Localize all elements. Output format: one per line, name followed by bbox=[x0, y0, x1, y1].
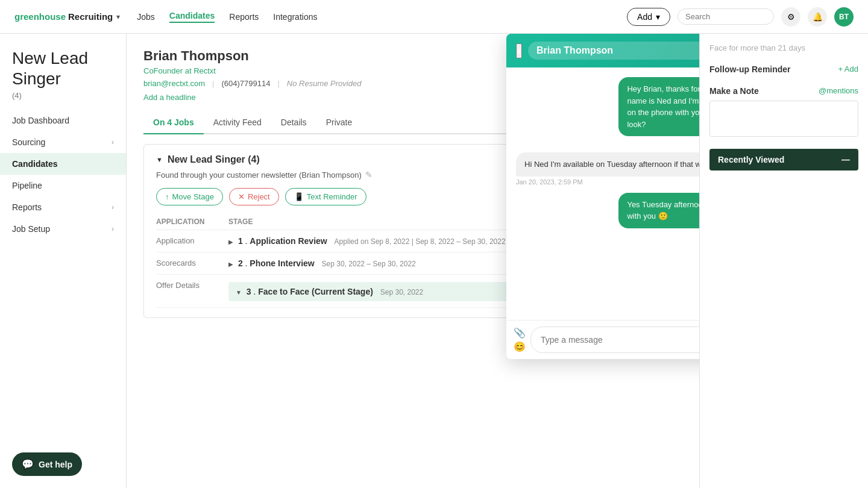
message-time: Jan 20, 2023, 3:00 PM bbox=[618, 230, 699, 237]
sidebar-item-candidates[interactable]: Candidates bbox=[0, 153, 126, 175]
attachment-icon[interactable]: 📎 bbox=[514, 327, 526, 339]
candidate-phone: (604)7799114 bbox=[221, 79, 270, 88]
get-help-icon: 💬 bbox=[22, 458, 34, 470]
text-reminder-icon: 📱 bbox=[294, 192, 304, 201]
collapse-icon: — bbox=[841, 155, 850, 164]
chat-messages: Hey Brian, thanks for applying to our po… bbox=[506, 67, 699, 320]
candidate-email[interactable]: brian@rectxt.com bbox=[143, 79, 205, 88]
sidebar-section: Job Dashboard Sourcing › Candidates Pipe… bbox=[0, 110, 126, 245]
sidebar-item-label: Sourcing bbox=[12, 137, 45, 147]
chat-message-received: Hi Ned I'm available on Tuesday afternoo… bbox=[516, 152, 699, 186]
notifications-icon[interactable]: 🔔 bbox=[808, 7, 827, 27]
sidebar-item-sourcing[interactable]: Sourcing › bbox=[0, 131, 126, 153]
nav-links: Jobs Candidates Reports Integrations bbox=[137, 11, 317, 23]
reject-button[interactable]: ✕ Reject bbox=[229, 188, 279, 205]
chat-input-area: 📎 😊 ⏱ ➤ bbox=[506, 320, 699, 359]
message-text: Yes Tuesday afternoon works great! I loo… bbox=[618, 193, 699, 228]
message-time: Jan 20, 2023, 2:59 PM bbox=[618, 138, 699, 145]
chat-input-icons: 📎 😊 bbox=[514, 327, 526, 352]
triangle-right-icon: ▶ bbox=[228, 239, 233, 245]
nav-link-integrations[interactable]: Integrations bbox=[273, 12, 317, 22]
follow-up-title: Follow-up Reminder bbox=[709, 64, 791, 74]
sidebar: New Lead Singer (4) Job Dashboard Sourci… bbox=[0, 34, 127, 488]
triangle-down-icon: ▼ bbox=[236, 289, 242, 296]
settings-icon[interactable]: ⚙ bbox=[781, 7, 800, 27]
tab-details[interactable]: Details bbox=[271, 111, 316, 134]
sidebar-item-job-setup[interactable]: Job Setup › bbox=[0, 218, 126, 240]
chevron-right-icon: › bbox=[112, 225, 114, 233]
get-help-button[interactable]: 💬 Get help bbox=[12, 452, 82, 476]
stage-app-label: Application bbox=[156, 236, 228, 245]
right-panel: Face for more than 21 days Follow-up Rem… bbox=[699, 34, 868, 488]
triangle-down-icon: ▼ bbox=[156, 156, 163, 163]
nav-right: Add ▾ ⚙ 🔔 BT bbox=[627, 7, 854, 27]
sidebar-item-job-dashboard[interactable]: Job Dashboard bbox=[0, 110, 126, 131]
main-layout: New Lead Singer (4) Job Dashboard Sourci… bbox=[0, 34, 868, 488]
move-stage-icon: ↑ bbox=[165, 192, 169, 201]
candidate-resume-status: No Resume Provided bbox=[287, 79, 362, 88]
job-source-text: Found through your customer newsletter (… bbox=[156, 170, 362, 180]
mentions-label[interactable]: @mentions bbox=[819, 86, 858, 96]
message-text: Hey Brian, thanks for applying to our po… bbox=[618, 77, 699, 136]
face-time-text: Face for more than 21 days bbox=[709, 43, 858, 52]
brand-chevron-icon: ▾ bbox=[116, 13, 120, 21]
right-section-face-time: Face for more than 21 days bbox=[709, 43, 858, 52]
chevron-right-icon: › bbox=[112, 203, 114, 211]
sidebar-item-pipeline[interactable]: Pipeline bbox=[0, 175, 126, 196]
candidate-company: Rectxt bbox=[193, 66, 216, 75]
move-stage-button[interactable]: ↑ Move Stage bbox=[156, 188, 223, 205]
edit-icon[interactable]: ✎ bbox=[365, 170, 373, 180]
sidebar-item-label: Candidates bbox=[12, 159, 57, 169]
avatar[interactable]: BT bbox=[834, 7, 854, 27]
chevron-down-icon: ▾ bbox=[656, 12, 660, 22]
chat-back-button[interactable]: ‹ bbox=[516, 43, 522, 58]
stage-row-label-scorecards: Scorecards bbox=[156, 258, 196, 267]
nav-link-reports[interactable]: Reports bbox=[229, 12, 259, 22]
page-title-area: New Lead Singer (4) bbox=[0, 48, 126, 110]
message-time: Jan 20, 2023, 2:59 PM bbox=[516, 178, 699, 186]
chat-message-input[interactable] bbox=[530, 327, 699, 353]
reject-icon: ✕ bbox=[238, 192, 245, 201]
message-text: Hi Ned I'm available on Tuesday afternoo… bbox=[516, 152, 699, 177]
triangle-right-icon: ▶ bbox=[228, 261, 233, 267]
sidebar-item-reports[interactable]: Reports › bbox=[0, 196, 126, 218]
chat-contact-name: Brian Thompson bbox=[528, 42, 699, 60]
recently-viewed-label: Recently Viewed bbox=[718, 155, 784, 164]
chat-message-sent: Hey Brian, thanks for applying to our po… bbox=[618, 77, 699, 145]
tab-on-jobs[interactable]: On 4 Jobs bbox=[143, 111, 204, 134]
stage-app-label: Offer Details bbox=[156, 281, 228, 290]
tab-activity-feed[interactable]: Activity Feed bbox=[204, 111, 271, 134]
nav-link-candidates[interactable]: Candidates bbox=[169, 11, 215, 23]
add-button[interactable]: Add ▾ bbox=[627, 8, 670, 26]
right-section-follow-up: Follow-up Reminder + Add bbox=[709, 64, 858, 74]
page-subtitle: (4) bbox=[12, 91, 114, 100]
search-input[interactable] bbox=[678, 8, 774, 25]
tab-private[interactable]: Private bbox=[316, 111, 362, 134]
stage-row-label-offer: Offer Details bbox=[156, 281, 200, 290]
chat-overlay: ‹ Brian Thompson 📌 ⋮ ✕ Hey Brian, thanks… bbox=[506, 34, 699, 359]
follow-up-add-button[interactable]: + Add bbox=[838, 64, 858, 74]
brand-black: Recruiting bbox=[68, 11, 113, 22]
chat-message-sent: Yes Tuesday afternoon works great! I loo… bbox=[618, 193, 699, 237]
chevron-right-icon: › bbox=[112, 138, 114, 146]
sidebar-item-label: Job Dashboard bbox=[12, 116, 69, 125]
right-section-make-note: Make a Note @mentions bbox=[709, 86, 858, 137]
col-header-application: Application bbox=[156, 217, 228, 226]
recently-viewed-header[interactable]: Recently Viewed — bbox=[709, 149, 858, 170]
page-title: New Lead Singer bbox=[12, 48, 114, 89]
main-content: Brian Thompson CoFounder at Rectxt brian… bbox=[127, 34, 699, 488]
nav-link-jobs[interactable]: Jobs bbox=[137, 12, 155, 22]
brand-logo[interactable]: greenhouse Recruiting ▾ bbox=[14, 11, 120, 22]
sidebar-item-label: Pipeline bbox=[12, 181, 42, 190]
stage-row-label: Application bbox=[156, 236, 195, 245]
brand-green: greenhouse bbox=[14, 11, 66, 22]
text-reminder-button[interactable]: 📱 Text Reminder bbox=[285, 188, 366, 205]
emoji-icon[interactable]: 😊 bbox=[514, 341, 526, 352]
sidebar-item-label: Reports bbox=[12, 202, 42, 212]
stage-app-label: Scorecards bbox=[156, 258, 228, 267]
top-nav: greenhouse Recruiting ▾ Jobs Candidates … bbox=[0, 0, 868, 34]
job-section-title: New Lead Singer (4) bbox=[168, 154, 260, 165]
get-help-label: Get help bbox=[39, 460, 72, 469]
make-note-title: Make a Note bbox=[709, 86, 759, 96]
make-note-input[interactable] bbox=[709, 101, 858, 137]
